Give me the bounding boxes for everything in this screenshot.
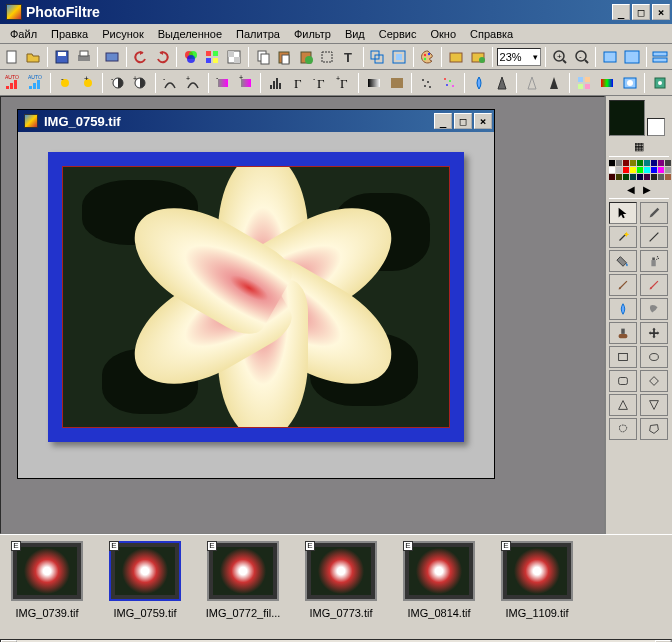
menu-image[interactable]: Рисунок [96,26,150,42]
advanced-brush-tool[interactable] [640,274,668,296]
grid-toggle[interactable]: ▦ [609,140,669,153]
auto-levels-button[interactable]: AUTO [2,72,23,94]
menu-selection[interactable]: Выделенное [152,26,228,42]
gamma-up-button[interactable]: + [183,72,204,94]
pointer-tool[interactable] [609,202,637,224]
doc-minimize-button[interactable]: _ [434,113,452,129]
swatch[interactable] [665,174,671,180]
swatch[interactable] [651,160,657,166]
swatch[interactable] [637,174,643,180]
canvas-button[interactable] [389,46,409,68]
palette-next-button[interactable]: ▶ [643,184,651,195]
ellipse-select-tool[interactable] [640,346,668,368]
swatch[interactable] [630,174,636,180]
photomask-button[interactable] [620,72,641,94]
brush-tool[interactable] [609,274,637,296]
brightness-down-button[interactable]: - [55,72,76,94]
palette-icon[interactable] [418,46,438,68]
browse-button[interactable] [446,46,466,68]
menu-filter[interactable]: Фильтр [288,26,337,42]
document-titlebar[interactable]: IMG_0759.tif _ □ × [18,110,494,132]
brightness-up-button[interactable]: + [77,72,98,94]
swatch[interactable] [616,174,622,180]
swatch[interactable] [630,160,636,166]
thumbnail[interactable]: EIMG_1109.tif [498,541,576,619]
undo-button[interactable] [131,46,151,68]
swatch[interactable] [623,167,629,173]
swatch[interactable] [658,167,664,173]
gamma-down-button[interactable]: - [160,72,181,94]
blur-button[interactable] [469,72,490,94]
minimize-button[interactable]: _ [612,4,630,20]
swatch[interactable] [609,174,615,180]
swatch[interactable] [623,160,629,166]
soften-button[interactable] [521,72,542,94]
crop-button[interactable] [318,46,338,68]
diamond-tool[interactable] [640,370,668,392]
swatch[interactable] [644,174,650,180]
open-button[interactable] [24,46,44,68]
dust-button[interactable] [416,72,437,94]
variations-button[interactable] [574,72,595,94]
rounded-rect-tool[interactable] [609,370,637,392]
print-button[interactable] [74,46,94,68]
saturation-down-button[interactable]: - [213,72,234,94]
fit-button[interactable] [600,46,620,68]
resize-button[interactable] [368,46,388,68]
thumbnail[interactable]: EIMG_0739.tif [8,541,86,619]
swatch[interactable] [651,174,657,180]
swatch[interactable] [630,167,636,173]
menu-window[interactable]: Окно [424,26,462,42]
grayscale-button[interactable] [363,72,384,94]
rgb-button[interactable] [181,46,201,68]
swatch[interactable] [665,160,671,166]
gradient-button[interactable] [597,72,618,94]
palette-prev-button[interactable]: ◀ [627,184,635,195]
transparency-button[interactable] [224,46,244,68]
scroll-tool[interactable] [640,322,668,344]
redo-button[interactable] [152,46,172,68]
sharpen-button[interactable] [491,72,512,94]
spray-tool[interactable] [640,250,668,272]
image-content[interactable] [62,166,450,428]
smudge-tool[interactable] [640,298,668,320]
eyedropper-tool[interactable] [640,202,668,224]
noise-button[interactable] [439,72,460,94]
maximize-button[interactable]: □ [632,4,650,20]
swatches-button[interactable] [203,46,223,68]
line-tool[interactable] [640,226,668,248]
menu-file[interactable]: Файл [4,26,43,42]
document-body[interactable] [18,132,494,478]
clone-tool[interactable] [609,322,637,344]
save-button[interactable] [52,46,72,68]
swatch[interactable] [616,160,622,166]
saturation-up-button[interactable]: + [235,72,256,94]
document-window[interactable]: IMG_0759.tif _ □ × [17,109,495,479]
gamma-button[interactable]: Γ [288,72,309,94]
color-swatches[interactable] [609,160,669,180]
paste-button[interactable] [274,46,294,68]
contrast-down-button[interactable]: - [107,72,128,94]
swatch[interactable] [637,167,643,173]
zoom-in-button[interactable]: + [550,46,570,68]
contrast-up-button[interactable]: + [130,72,151,94]
lasso-tool[interactable] [609,418,637,440]
thumbnail[interactable]: EIMG_0773.tif [302,541,380,619]
swatch[interactable] [623,174,629,180]
new-button[interactable] [2,46,22,68]
reinforce-button[interactable] [544,72,565,94]
menu-edit[interactable]: Правка [45,26,94,42]
text-button[interactable]: T [339,46,359,68]
swatch[interactable] [665,167,671,173]
thumbnail[interactable]: EIMG_0814.tif [400,541,478,619]
zoom-combo[interactable]: 23% [497,48,542,66]
blur-tool[interactable] [609,298,637,320]
thumbnail[interactable]: EIMG_0759.tif [106,541,184,619]
swatch[interactable] [651,167,657,173]
close-button[interactable]: × [652,4,670,20]
swatch[interactable] [658,174,664,180]
wand-tool[interactable] [609,226,637,248]
swatch[interactable] [609,167,615,173]
swatch[interactable] [609,160,615,166]
menu-view[interactable]: Вид [339,26,371,42]
